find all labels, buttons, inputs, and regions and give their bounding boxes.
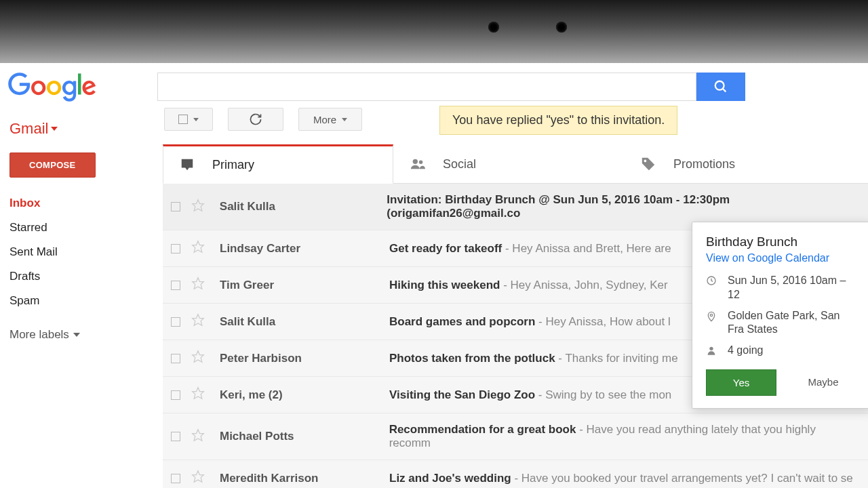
caret-down-icon xyxy=(193,118,199,121)
search-input[interactable] xyxy=(157,73,696,101)
email-subject-line: Board games and popcorn - Hey Anissa, Ho… xyxy=(389,315,671,329)
email-subject-line: Get ready for takeoff - Hey Anissa and B… xyxy=(389,242,671,256)
inbox-icon xyxy=(178,157,196,172)
location-pin-icon xyxy=(706,309,718,327)
more-labels-dropdown[interactable]: More labels xyxy=(9,320,163,350)
clock-icon xyxy=(706,274,718,290)
row-checkbox[interactable] xyxy=(171,317,180,327)
more-actions-dropdown[interactable]: More xyxy=(298,108,362,131)
email-sender: Michael Potts xyxy=(220,430,389,443)
compose-button[interactable]: COMPOSE xyxy=(9,152,96,178)
nav-spam[interactable]: Spam xyxy=(9,289,163,313)
svg-point-0 xyxy=(715,81,724,90)
svg-marker-9 xyxy=(193,351,204,363)
rsvp-yes-button[interactable]: Yes xyxy=(706,369,776,396)
svg-marker-8 xyxy=(193,314,204,326)
caret-down-icon xyxy=(342,118,347,121)
rsvp-maybe-button[interactable]: Maybe xyxy=(789,369,858,396)
more-label: More xyxy=(313,114,336,125)
row-checkbox[interactable] xyxy=(171,202,180,211)
email-sender: Salit Kulla xyxy=(220,200,387,214)
row-checkbox[interactable] xyxy=(171,244,180,253)
tab-social[interactable]: Social xyxy=(393,144,624,183)
email-subject-line: Photos taken from the potluck - Thanks f… xyxy=(389,352,678,365)
row-checkbox[interactable] xyxy=(171,474,180,483)
svg-point-3 xyxy=(419,161,423,165)
email-subject-line: Recommendation for a great book - Have y… xyxy=(389,423,860,450)
star-icon[interactable] xyxy=(191,386,205,403)
event-card: Birthday Brunch View on Google Calendar … xyxy=(692,222,868,409)
svg-marker-6 xyxy=(193,241,204,253)
refresh-button[interactable] xyxy=(228,108,283,131)
email-sender: Salit Kulla xyxy=(220,315,389,329)
search-button[interactable] xyxy=(696,73,745,101)
email-sender: Tim Greer xyxy=(220,279,389,292)
gmail-dropdown[interactable]: Gmail xyxy=(9,110,163,152)
tab-label: Social xyxy=(443,157,476,171)
star-icon[interactable] xyxy=(191,428,205,445)
tab-primary[interactable]: Primary xyxy=(163,144,393,184)
refresh-icon xyxy=(249,113,262,126)
svg-marker-10 xyxy=(193,388,204,399)
email-sender: Meredith Karrison xyxy=(220,472,389,485)
search-icon xyxy=(713,79,728,94)
camera-dot-icon xyxy=(488,22,499,33)
svg-line-1 xyxy=(723,89,726,92)
event-location: Golden Gate Park, San Fra States xyxy=(728,309,858,338)
device-bezel xyxy=(0,0,868,63)
star-icon[interactable] xyxy=(191,313,205,330)
tag-icon xyxy=(639,157,657,171)
people-icon xyxy=(409,157,427,171)
person-icon xyxy=(706,344,718,360)
svg-marker-12 xyxy=(193,471,204,483)
row-checkbox[interactable] xyxy=(171,432,180,441)
nav-inbox[interactable]: Inbox xyxy=(9,191,163,216)
email-sender: Lindsay Carter xyxy=(220,242,389,256)
caret-down-icon xyxy=(51,127,58,131)
notification-toast: You have replied "yes" to this invitatio… xyxy=(439,106,677,135)
email-subject-line: Visiting the San Diego Zoo - Swing by to… xyxy=(389,388,671,402)
row-checkbox[interactable] xyxy=(171,281,180,290)
row-checkbox[interactable] xyxy=(171,390,180,400)
row-checkbox[interactable] xyxy=(171,354,180,363)
tab-promotions[interactable]: Promotions xyxy=(624,144,854,183)
email-sender: Peter Harbison xyxy=(220,352,389,365)
select-all-dropdown[interactable] xyxy=(164,108,213,131)
email-subject-line: Liz and Joe's wedding - Have you booked … xyxy=(389,472,853,485)
svg-point-14 xyxy=(710,314,712,316)
svg-marker-7 xyxy=(193,278,204,289)
event-going: 4 going xyxy=(728,344,764,358)
gmail-label-text: Gmail xyxy=(9,120,48,138)
star-icon[interactable] xyxy=(191,199,205,216)
tab-label: Promotions xyxy=(673,157,735,171)
email-subject-line: Hiking this weekend - Hey Anissa, John, … xyxy=(389,279,668,292)
event-title: Birthday Brunch xyxy=(706,235,858,249)
camera-dot-icon xyxy=(556,22,567,33)
event-time: Sun Jun 5, 2016 10am – 12 xyxy=(728,274,858,302)
view-calendar-link[interactable]: View on Google Calendar xyxy=(706,252,858,264)
svg-marker-11 xyxy=(193,429,204,441)
svg-point-15 xyxy=(709,347,713,350)
email-row[interactable]: Michael PottsRecommendation for a great … xyxy=(163,413,868,460)
svg-point-4 xyxy=(644,160,647,163)
select-all-checkbox[interactable] xyxy=(178,115,188,124)
nav-sent-mail[interactable]: Sent Mail xyxy=(9,240,163,264)
star-icon[interactable] xyxy=(191,350,205,367)
email-row[interactable]: Meredith KarrisonLiz and Joe's wedding -… xyxy=(163,460,868,488)
caret-down-icon xyxy=(73,333,80,337)
tab-label: Primary xyxy=(212,158,254,172)
svg-point-2 xyxy=(413,159,418,164)
star-icon[interactable] xyxy=(191,240,205,257)
email-sender: Keri, me (2) xyxy=(220,388,389,402)
nav-starred[interactable]: Starred xyxy=(9,216,163,240)
more-labels-text: More labels xyxy=(9,328,69,342)
google-logo[interactable] xyxy=(8,73,157,102)
email-subject-line: Invitation: Birthday Brunch @ Sun Jun 5,… xyxy=(387,193,860,220)
nav-drafts[interactable]: Drafts xyxy=(9,264,163,289)
svg-marker-5 xyxy=(192,199,203,211)
star-icon[interactable] xyxy=(191,277,205,293)
star-icon[interactable] xyxy=(191,470,205,487)
